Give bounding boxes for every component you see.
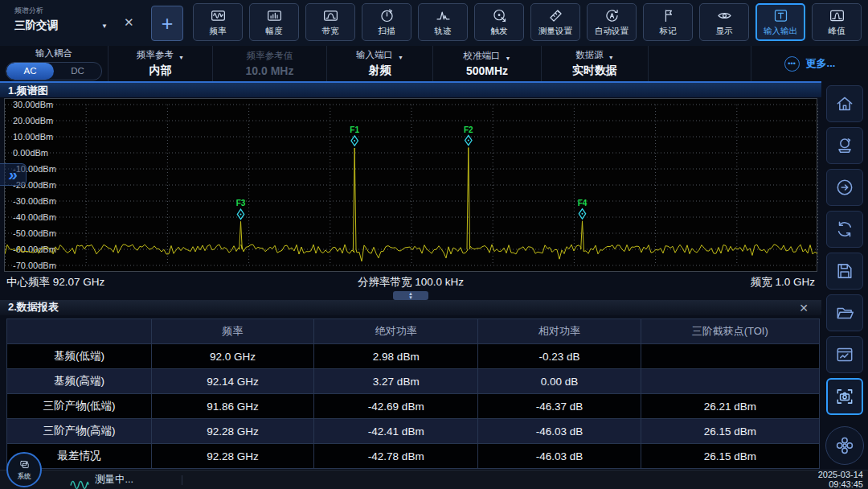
setting-input-coupling[interactable]: 输入耦合ACDC — [0, 46, 108, 81]
rbw-readout: 分辨率带宽 100.0 kHz — [358, 275, 464, 290]
home-icon — [834, 93, 855, 114]
toolbar-button-label: 自动设置 — [595, 26, 628, 37]
toolbar-button-bw[interactable]: 带宽 — [305, 3, 355, 41]
ac-dc-toggle[interactable]: ACDC — [6, 62, 102, 80]
navpad-icon — [834, 435, 855, 456]
spectrum-plot[interactable]: 30.00dBm20.00dBm10.00dBm0.00dBm-10.00dBm… — [4, 98, 817, 272]
sidebar-button-refresh[interactable] — [826, 211, 863, 248]
setting-input-port[interactable]: 输入端口▼射频 — [327, 46, 433, 81]
table-cell: 91.86 GHz — [151, 394, 313, 419]
table-cell: 92.14 GHz — [151, 369, 313, 394]
expand-panel-icon[interactable]: » — [0, 163, 27, 186]
more-settings-button[interactable]: •••更多... — [784, 56, 836, 72]
table-cell: -46.37 dB — [478, 394, 641, 419]
open-icon — [834, 302, 855, 323]
toolbar-button-label: 幅度 — [266, 26, 283, 37]
table-cell: 基频(高端) — [7, 369, 152, 394]
bw-icon — [322, 7, 339, 24]
screenshot-icon — [834, 386, 855, 407]
close-report-icon[interactable]: ✕ — [799, 301, 809, 315]
setting-more[interactable]: •••更多... — [751, 46, 868, 81]
table-cell: 26.15 dBm — [641, 419, 819, 444]
toolbar-button-label: 显示 — [716, 26, 733, 37]
sidebar-button-screenshot[interactable] — [826, 378, 863, 415]
table-cell: -42.78 dBm — [314, 444, 478, 469]
marker-F1[interactable]: F1 — [350, 125, 359, 146]
sidebar-button-forward[interactable] — [826, 169, 863, 206]
chevron-down-icon: ▼ — [398, 55, 403, 60]
add-tab-button[interactable]: + — [151, 6, 183, 41]
table-row: 三阶产物(低端)91.86 GHz-42.69 dBm-46.37 dB26.2… — [7, 394, 820, 419]
toolbar-button-auto[interactable]: 自动设置 — [587, 3, 637, 41]
trace-icon — [435, 7, 452, 24]
sidebar-button-open[interactable] — [826, 294, 863, 331]
toolbar-button-marker[interactable]: 标记 — [643, 3, 693, 41]
setting-value: 内部 — [149, 64, 172, 78]
system-button[interactable]: 系统 — [6, 452, 42, 487]
toolbar-button-peak[interactable]: 峰值 — [812, 3, 862, 41]
table-cell: 三阶产物(高端) — [7, 419, 152, 444]
chevron-down-icon[interactable]: ▼ — [101, 23, 108, 30]
setting-label: 频率参考 — [137, 49, 174, 61]
toolbar-button-trigger[interactable]: 触发 — [474, 3, 524, 41]
report-panel: 2.数据报表 ✕ 频率绝对功率相对功率三阶截获点(TOI)基频(低端)92.0 … — [0, 300, 821, 457]
setting-label: 输入耦合 — [35, 47, 72, 60]
report-panel-title: 2.数据报表 ✕ — [0, 300, 821, 315]
svg-text:F1: F1 — [350, 125, 359, 134]
table-cell — [641, 369, 819, 394]
marker-F4[interactable]: F4 — [578, 199, 588, 219]
toolbar-button-display[interactable]: 显示 — [699, 3, 749, 41]
setting-data-source[interactable]: 数据源▼实时数据 — [542, 46, 649, 81]
chevron-down-icon: ▼ — [506, 55, 511, 61]
svg-text:-70.00dBm: -70.00dBm — [13, 261, 56, 270]
setting-cal-port[interactable]: 校准端口▼500MHz — [433, 46, 542, 81]
toolbar-button-trace[interactable]: 轨迹 — [418, 3, 468, 41]
toolbar-button-label: 标记 — [660, 26, 677, 37]
clock-time: 09:43:45 — [818, 480, 863, 489]
table-cell: 92.28 GHz — [151, 419, 313, 444]
spectrum-panel: 1.频谱图 30.00dBm20.00dBm10.00dBm0.00dBm-10… — [0, 81, 821, 292]
marker-icon — [660, 7, 677, 24]
trigger-icon — [491, 7, 508, 24]
close-tab-icon[interactable]: ✕ — [124, 15, 134, 30]
table-header-cell: 三阶截获点(TOI) — [641, 319, 819, 344]
svg-text:-40.00dBm: -40.00dBm — [13, 212, 56, 222]
spectrum-trace-svg[interactable]: 30.00dBm20.00dBm10.00dBm0.00dBm-10.00dBm… — [5, 100, 818, 270]
setting-label: 数据源 — [575, 49, 604, 61]
toggle-option-dc[interactable]: DC — [54, 63, 101, 80]
sidebar-button-save[interactable] — [826, 253, 863, 290]
display-icon — [716, 7, 733, 24]
toolbar-button-amp[interactable]: 幅度 — [249, 3, 299, 41]
table-cell: 2.98 dBm — [314, 344, 478, 369]
sidebar-button-report[interactable] — [826, 336, 863, 373]
setting-freq-reference[interactable]: 频率参考▼内部 — [108, 46, 213, 81]
table-row: 基频(高端)92.14 GHz3.27 dBm0.00 dB — [7, 369, 820, 394]
toolbar-button-group: 频率幅度带宽扫描轨迹触发测量设置自动设置标记显示输入输出峰值 — [188, 0, 862, 46]
toolbar-button-measure[interactable]: 测量设置 — [530, 3, 580, 41]
table-header-cell: 相对功率 — [478, 319, 641, 344]
tab-title: 三阶交调 — [14, 18, 58, 33]
sidebar-button-navpad[interactable] — [825, 426, 864, 465]
toolbar-button-freq[interactable]: 频率 — [193, 3, 243, 41]
table-header-cell: 频率 — [151, 319, 313, 344]
toolbar-button-sweep[interactable]: 扫描 — [362, 3, 411, 41]
clock-date: 2025-03-14 — [818, 471, 863, 480]
calibrate-icon — [834, 135, 855, 156]
setting-label: 输入端口 — [356, 49, 393, 61]
sidebar-button-calibrate[interactable] — [826, 127, 863, 164]
setting-value: 实时数据 — [572, 64, 617, 78]
table-cell — [641, 344, 819, 369]
system-button-label: 系统 — [18, 472, 31, 482]
svg-text:20.00dBm: 20.00dBm — [13, 116, 53, 125]
sidebar-button-home[interactable] — [826, 85, 863, 122]
toolbar-button-io[interactable]: 输入输出 — [755, 3, 805, 41]
marker-F3[interactable]: F3 — [236, 199, 246, 219]
measurement-tab[interactable]: 频谱分析 三阶交调 ▼ ✕ + — [0, 0, 188, 46]
marker-F2[interactable]: F2 — [464, 125, 473, 146]
table-cell: -42.69 dBm — [314, 394, 478, 419]
save-icon — [834, 261, 855, 281]
toggle-option-ac[interactable]: AC — [6, 63, 54, 80]
status-bar: 系统 测量中... 2025-03-14 09:43:45 — [0, 470, 868, 489]
panel-resize-handle[interactable]: ▲▼ — [393, 291, 428, 300]
report-icon — [834, 344, 855, 365]
